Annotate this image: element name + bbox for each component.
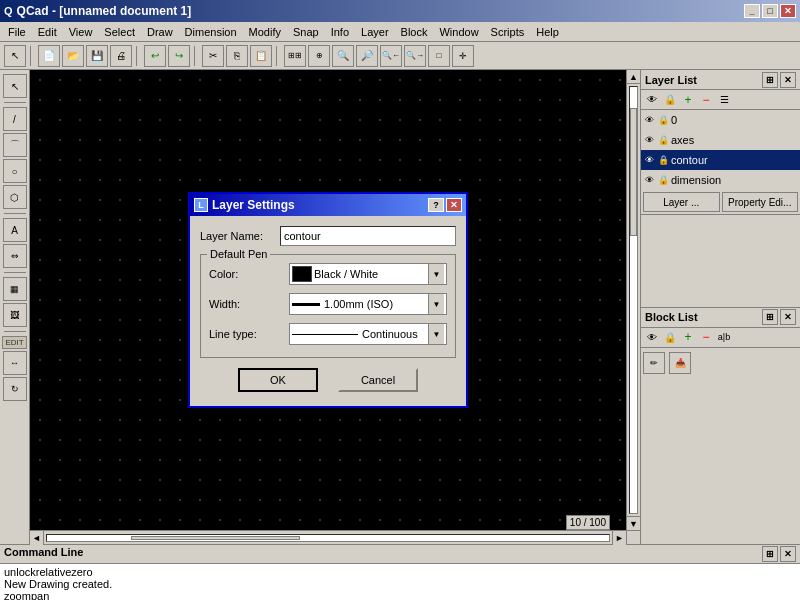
layer-eye-icon[interactable]: 👁 xyxy=(645,93,659,107)
command-float[interactable]: ⊞ xyxy=(762,546,778,562)
toolbar-zoom-prev[interactable]: 🔍← xyxy=(380,45,402,67)
toolbar-cut[interactable]: ✂ xyxy=(202,45,224,67)
toolbar-new[interactable]: 📄 xyxy=(38,45,60,67)
dialog-help-button[interactable]: ? xyxy=(428,198,444,212)
tool-arc[interactable]: ⌒ xyxy=(3,133,27,157)
tool-select[interactable]: ↖ xyxy=(3,74,27,98)
layer-remove-icon[interactable]: − xyxy=(699,93,713,107)
menu-dimension[interactable]: Dimension xyxy=(179,25,243,39)
menu-edit[interactable]: Edit xyxy=(32,25,63,39)
toolbar-paste[interactable]: 📋 xyxy=(250,45,272,67)
vscroll-down[interactable]: ▼ xyxy=(627,516,640,530)
tool-poly[interactable]: ⬡ xyxy=(3,185,27,209)
layer-item-0[interactable]: 👁 🔒 0 xyxy=(641,110,800,130)
canvas-corner xyxy=(626,530,640,544)
layer-item-axes[interactable]: 👁 🔒 axes xyxy=(641,130,800,150)
menu-snap[interactable]: Snap xyxy=(287,25,325,39)
linetype-dropdown-arrow[interactable]: ▼ xyxy=(428,324,444,344)
canvas-area[interactable]: L Layer Settings ? ✕ xyxy=(30,70,626,530)
dialog-close-button[interactable]: ✕ xyxy=(446,198,462,212)
menu-view[interactable]: View xyxy=(63,25,99,39)
toolbar-zoom-in[interactable]: 🔍 xyxy=(332,45,354,67)
menu-draw[interactable]: Draw xyxy=(141,25,179,39)
hscroll-track[interactable] xyxy=(46,534,610,542)
menu-info[interactable]: Info xyxy=(325,25,355,39)
toolbar-cursor[interactable]: ↖ xyxy=(4,45,26,67)
menu-block[interactable]: Block xyxy=(395,25,434,39)
layer-panel-close[interactable]: ✕ xyxy=(780,72,796,88)
width-preview xyxy=(292,303,320,306)
menu-window[interactable]: Window xyxy=(433,25,484,39)
layer-btn[interactable]: Layer ... xyxy=(643,192,720,212)
canvas-hscroll[interactable]: ◄ ► xyxy=(30,530,626,544)
menu-select[interactable]: Select xyxy=(98,25,141,39)
tool-move[interactable]: ↔ xyxy=(3,351,27,375)
color-select-wrapper[interactable]: Black / White ▼ xyxy=(289,263,447,285)
tool-image[interactable]: 🖼 xyxy=(3,303,27,327)
property-btn[interactable]: Property Edi... xyxy=(722,192,799,212)
menu-file[interactable]: File xyxy=(2,25,32,39)
block-lock-icon[interactable]: 🔒 xyxy=(663,330,677,344)
linetype-row: Line type: Continuous ▼ xyxy=(209,323,447,345)
toolbar-zoom-out[interactable]: 🔎 xyxy=(356,45,378,67)
tool-rotate[interactable]: ↻ xyxy=(3,377,27,401)
toolbar-copy[interactable]: ⎘ xyxy=(226,45,248,67)
tool-dim[interactable]: ⇔ xyxy=(3,244,27,268)
toolbar-save[interactable]: 💾 xyxy=(86,45,108,67)
tool-hatch[interactable]: ▦ xyxy=(3,277,27,301)
menu-modify[interactable]: Modify xyxy=(243,25,287,39)
width-dropdown-arrow[interactable]: ▼ xyxy=(428,294,444,314)
block-edit-btn[interactable]: ✏ xyxy=(643,352,665,374)
hscroll-thumb[interactable] xyxy=(131,536,300,540)
maximize-button[interactable]: □ xyxy=(762,4,778,18)
layer-name-input[interactable] xyxy=(280,226,456,246)
vscroll-up[interactable]: ▲ xyxy=(627,70,640,84)
minimize-button[interactable]: _ xyxy=(744,4,760,18)
toolbar-open[interactable]: 📂 xyxy=(62,45,84,67)
tool-text[interactable]: A xyxy=(3,218,27,242)
block-text-icon[interactable]: a|b xyxy=(717,330,731,344)
block-remove-icon[interactable]: − xyxy=(699,330,713,344)
block-panel-float[interactable]: ⊞ xyxy=(762,309,778,325)
dialog-cancel-button[interactable]: Cancel xyxy=(338,368,418,392)
layer-contour-lock: 🔒 xyxy=(657,154,669,166)
tool-line[interactable]: / xyxy=(3,107,27,131)
toolbar-zoom-all[interactable]: □ xyxy=(428,45,450,67)
dialog-overlay: L Layer Settings ? ✕ xyxy=(30,70,626,530)
menu-layer[interactable]: Layer xyxy=(355,25,395,39)
toolbar-zoom-next[interactable]: 🔍→ xyxy=(404,45,426,67)
layer-item-contour[interactable]: 👁 🔒 contour xyxy=(641,150,800,170)
command-line-3: zoompan xyxy=(4,590,796,600)
tool-circle[interactable]: ○ xyxy=(3,159,27,183)
block-panel-close[interactable]: ✕ xyxy=(780,309,796,325)
layer-panel-float[interactable]: ⊞ xyxy=(762,72,778,88)
layer-item-dimension[interactable]: 👁 🔒 dimension xyxy=(641,170,800,190)
menu-help[interactable]: Help xyxy=(530,25,565,39)
vscroll-track[interactable] xyxy=(629,86,638,514)
command-close[interactable]: ✕ xyxy=(780,546,796,562)
command-area: Command Line ⊞ ✕ unlockrelativezero New … xyxy=(0,544,800,600)
close-button[interactable]: ✕ xyxy=(780,4,796,18)
color-dropdown-arrow[interactable]: ▼ xyxy=(428,264,444,284)
vscroll-thumb[interactable] xyxy=(630,108,637,236)
layer-panel-header: Layer List ⊞ ✕ xyxy=(641,70,800,90)
toolbar-undo[interactable]: ↩ xyxy=(144,45,166,67)
toolbar-snap[interactable]: ⊕ xyxy=(308,45,330,67)
layer-add-icon[interactable]: + xyxy=(681,93,695,107)
block-eye-icon[interactable]: 👁 xyxy=(645,330,659,344)
canvas-vscroll[interactable]: ▲ ▼ xyxy=(626,70,640,530)
width-select-wrapper[interactable]: 1.00mm (ISO) ▼ xyxy=(289,293,447,315)
toolbar-move[interactable]: ✛ xyxy=(452,45,474,67)
menu-scripts[interactable]: Scripts xyxy=(485,25,531,39)
toolbar-print[interactable]: 🖨 xyxy=(110,45,132,67)
block-add-icon[interactable]: + xyxy=(681,330,695,344)
hscroll-right[interactable]: ► xyxy=(612,531,626,545)
layer-lock-icon[interactable]: 🔒 xyxy=(663,93,677,107)
toolbar-grid[interactable]: ⊞⊞ xyxy=(284,45,306,67)
hscroll-left[interactable]: ◄ xyxy=(30,531,44,545)
layer-menu-icon[interactable]: ☰ xyxy=(717,93,731,107)
block-insert-btn[interactable]: 📥 xyxy=(669,352,691,374)
dialog-ok-button[interactable]: OK xyxy=(238,368,318,392)
toolbar-redo[interactable]: ↪ xyxy=(168,45,190,67)
linetype-select-wrapper[interactable]: Continuous ▼ xyxy=(289,323,447,345)
